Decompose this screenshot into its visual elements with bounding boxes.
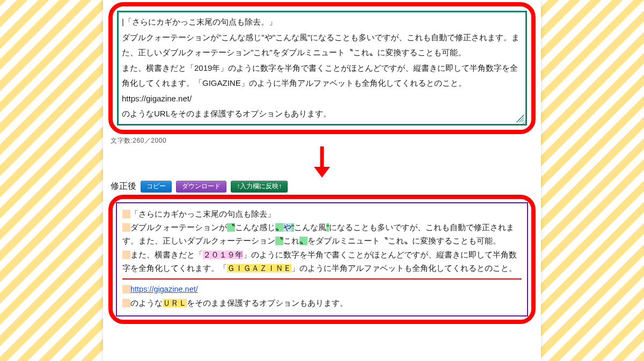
input-textarea[interactable]: |「さらにカギかっこ末尾の句点も除去。」 ダブルクォーテーションが"こんな感じ"… <box>117 11 527 126</box>
indent-marker-icon <box>122 285 130 293</box>
text: また、横書きだと「 <box>130 251 203 259</box>
fullwidth-number: ２０１９年 <box>203 251 243 259</box>
text: ダブルクォーテーションが <box>130 223 227 232</box>
quote-mark: 〟 <box>299 237 308 245</box>
fullwidth-alpha: ＵＲＬ <box>163 299 187 307</box>
content-card: |「さらにカギかっこ末尾の句点も除去。」 ダブルクォーテーションが"こんな感じ"… <box>103 0 541 361</box>
divider <box>122 278 522 279</box>
text: や <box>283 223 291 232</box>
indent-marker-icon <box>122 251 130 259</box>
protected-url[interactable]: https://gigazine.net/ <box>130 285 198 293</box>
text: こんな感じ <box>235 223 275 232</box>
input-line: ダブルクォーテーションが"こんな感じ"や"こんな風"になることも多いですが、これ… <box>122 30 522 61</box>
output-box: 「さらにカギかっこ末尾の句点も除去」 ダブルクォーテーションが〝こんな感じ〟や"… <box>116 202 528 317</box>
arrow-down-icon <box>108 146 536 179</box>
output-label: 修正後 <box>111 181 136 192</box>
text: のような <box>130 299 163 307</box>
text: をダブルミニュート〝これ〟に変換することも可能。 <box>308 237 501 245</box>
input-line: また、横書きだと「2019年」のように数字を半角で書くことがほとんどですが、縦書… <box>122 61 522 91</box>
text: これ <box>283 237 299 245</box>
indent-marker-icon <box>122 299 130 307</box>
input-line: のようなURLをそのまま保護するオプションもあります。 <box>122 106 522 122</box>
output-frame: 「さらにカギかっこ末尾の句点も除去」 ダブルクォーテーションが〝こんな感じ〟や"… <box>108 195 536 325</box>
quote-mark: 〟 <box>275 223 283 232</box>
quote-mark: 〝 <box>275 237 283 245</box>
input-line: |「さらにカギかっこ末尾の句点も除去。」 <box>122 14 522 30</box>
output-line: ダブルクォーテーションが〝こんな感じ〟や"こんな風"になることも多いですが、これ… <box>122 221 522 248</box>
output-line: のようなＵＲＬをそのまま保護するオプションもあります。 <box>122 297 522 310</box>
fullwidth-alpha: ＧＩＧＡＺＩＮＥ <box>227 264 291 272</box>
indent-marker-icon <box>122 210 130 218</box>
copy-button[interactable]: コピー <box>141 181 172 193</box>
output-header: 修正後 コピー ダウンロード ↑入力欄に反映↑ <box>111 181 536 193</box>
download-button[interactable]: ダウンロード <box>176 181 226 193</box>
text: 」のように半角アルファベットも全角化してくれるとのこと。 <box>291 264 517 272</box>
quote-mark: 〝 <box>227 223 235 232</box>
input-frame: |「さらにカギかっこ末尾の句点も除去。」 ダブルクォーテーションが"こんな感じ"… <box>108 2 536 134</box>
input-line: https://gigazine.net/ <box>122 91 522 107</box>
indent-marker-icon <box>122 223 130 232</box>
text: をそのまま保護するオプションもあります。 <box>187 299 348 307</box>
resize-handle-icon[interactable] <box>516 115 524 122</box>
output-line: https://gigazine.net/ <box>122 283 522 296</box>
output-line: 「さらにカギかっこ末尾の句点も除去」 <box>122 208 522 221</box>
output-line: また、横書きだと「２０１９年」のように数字を半角で書くことがほとんどですが、縦書… <box>122 248 522 276</box>
svg-marker-1 <box>314 167 330 178</box>
reflect-button[interactable]: ↑入力欄に反映↑ <box>231 181 288 193</box>
text: こんな風 <box>294 223 326 232</box>
text: 「さらにカギかっこ末尾の句点も除去」 <box>130 210 275 218</box>
char-count: 文字数:260／2000 <box>111 136 536 145</box>
